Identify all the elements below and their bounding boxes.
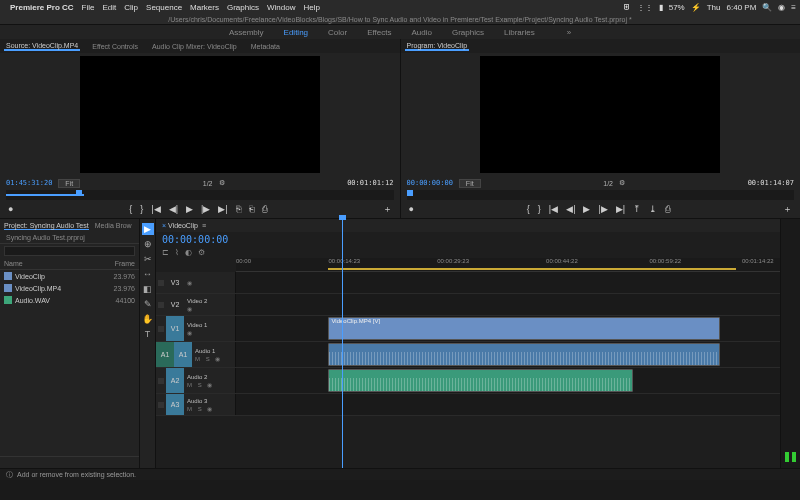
track-mute-icon[interactable]: M S ◉ [195, 355, 232, 362]
track-toggle[interactable] [158, 302, 164, 308]
cc-icon[interactable]: ◉ [778, 3, 785, 12]
overwrite-icon[interactable]: ⎗ [249, 204, 254, 214]
wifi-icon[interactable]: ⋮⋮ [637, 3, 653, 12]
menu-window[interactable]: Window [267, 3, 295, 12]
program-in-timecode[interactable]: 00:00:00:00 [407, 179, 453, 187]
program-zoom-fit[interactable]: Fit [459, 179, 481, 188]
marker-icon[interactable]: ● [8, 204, 13, 214]
track-target[interactable]: A3 [166, 394, 184, 415]
workspace-assembly[interactable]: Assembly [229, 28, 264, 37]
sequence-tab[interactable]: VideoClip [168, 222, 198, 229]
track-select-tool-icon[interactable]: ⊕ [142, 238, 154, 250]
battery-icon[interactable]: ▮ [659, 3, 663, 12]
track-eye-icon[interactable]: ◉ [187, 305, 232, 312]
step-back-icon[interactable]: ◀| [566, 204, 575, 214]
insert-icon[interactable]: ⎘ [236, 204, 241, 214]
work-area-bar[interactable] [328, 268, 736, 270]
ripple-tool-icon[interactable]: ✂ [142, 253, 154, 265]
track-target[interactable]: V1 [166, 316, 184, 341]
source-zoom-fit[interactable]: Fit [58, 179, 80, 188]
workspace-audio[interactable]: Audio [411, 28, 431, 37]
menu-sequence[interactable]: Sequence [146, 3, 182, 12]
video-clip[interactable]: VideoClip.MP4 [V] [328, 317, 720, 340]
marker-icon[interactable]: ● [409, 204, 414, 214]
track-toggle[interactable] [158, 402, 164, 408]
out-point-icon[interactable]: } [140, 204, 143, 214]
add-button-icon[interactable]: ＋ [383, 203, 392, 216]
track-target[interactable]: V3 [166, 272, 184, 293]
menu-markers[interactable]: Markers [190, 3, 219, 12]
source-in-timecode[interactable]: 01:45:31:20 [6, 179, 52, 187]
play-icon[interactable]: ▶ [583, 204, 590, 214]
menu-icon[interactable]: ≡ [791, 3, 796, 12]
search-icon[interactable]: 🔍 [762, 3, 772, 12]
workspace-graphics[interactable]: Graphics [452, 28, 484, 37]
hand-tool-icon[interactable]: ✋ [142, 313, 154, 325]
tab-metadata[interactable]: Metadata [249, 43, 282, 50]
go-out-icon[interactable]: ▶| [616, 204, 625, 214]
marker-icon[interactable]: ◐ [185, 248, 192, 257]
selection-tool-icon[interactable]: ▶ [142, 223, 154, 235]
track-eye-icon[interactable]: ◉ [187, 329, 232, 336]
go-in-icon[interactable]: |◀ [549, 204, 558, 214]
col-name[interactable]: Name [4, 260, 115, 267]
project-search-input[interactable] [4, 246, 135, 256]
settings-icon[interactable]: ⚙ [619, 179, 625, 187]
source-out-timecode[interactable]: 00:01:01:12 [347, 179, 393, 187]
playhead[interactable] [342, 219, 343, 468]
source-resolution[interactable]: 1/2 [203, 180, 213, 187]
export-frame-icon[interactable]: ⎙ [262, 204, 267, 214]
program-scrubber[interactable] [407, 190, 795, 200]
export-frame-icon[interactable]: ⎙ [665, 204, 670, 214]
audio-clip[interactable] [328, 369, 633, 392]
list-item[interactable]: VideoClip23.976 [0, 270, 139, 282]
snap-icon[interactable]: ⊏ [162, 248, 169, 257]
workspace-editing[interactable]: Editing [284, 28, 308, 37]
app-name[interactable]: Premiere Pro CC [10, 3, 74, 12]
track-mute-icon[interactable]: M S ◉ [187, 381, 232, 388]
tab-source[interactable]: Source: VideoClip.MP4 [4, 42, 80, 51]
menu-file[interactable]: File [82, 3, 95, 12]
track-target[interactable]: A2 [166, 368, 184, 393]
tab-audio-mixer[interactable]: Audio Clip Mixer: VideoClip [150, 43, 239, 50]
time-ruler[interactable]: 00:00 00:00:14:23 00:00:29:23 00:00:44:2… [236, 258, 780, 272]
menu-graphics[interactable]: Graphics [227, 3, 259, 12]
tab-program[interactable]: Program: VideoClip [405, 42, 470, 51]
shield-icon[interactable]: ⛨ [623, 3, 631, 12]
workspace-effects[interactable]: Effects [367, 28, 391, 37]
workspace-libraries[interactable]: Libraries [504, 28, 535, 37]
type-tool-icon[interactable]: T [142, 328, 154, 340]
tab-effect-controls[interactable]: Effect Controls [90, 43, 140, 50]
source-scrubber[interactable] [6, 190, 394, 200]
track-target[interactable]: A1 [174, 342, 192, 367]
track-target[interactable]: V2 [166, 294, 184, 315]
program-resolution[interactable]: 1/2 [603, 180, 613, 187]
settings-icon[interactable]: ⚙ [198, 248, 205, 257]
track-toggle[interactable] [158, 280, 164, 286]
timeline-timecode[interactable]: 00:00:00:00 [162, 234, 228, 245]
project-bin[interactable]: VideoClip23.976 VideoClip.MP423.976 Audi… [0, 270, 139, 456]
razor-tool-icon[interactable]: ↔ [142, 268, 154, 280]
in-point-icon[interactable]: { [527, 204, 530, 214]
tab-media-browser[interactable]: Media Brow [95, 222, 132, 229]
track-toggle[interactable] [158, 326, 164, 332]
go-in-icon[interactable]: |◀ [151, 204, 160, 214]
lift-icon[interactable]: ⤒ [633, 204, 641, 214]
workspace-color[interactable]: Color [328, 28, 347, 37]
col-frame[interactable]: Frame [115, 260, 135, 267]
go-out-icon[interactable]: ▶| [218, 204, 227, 214]
source-viewer[interactable] [0, 53, 400, 176]
source-patch[interactable]: A1 [156, 342, 174, 367]
track-mute-icon[interactable]: M S ◉ [187, 405, 232, 412]
program-out-timecode[interactable]: 00:01:14:07 [748, 179, 794, 187]
in-point-icon[interactable]: { [129, 204, 132, 214]
list-item[interactable]: Audio.WAV44100 [0, 294, 139, 306]
track-toggle[interactable] [158, 378, 164, 384]
add-button-icon[interactable]: ＋ [783, 203, 792, 216]
step-back-icon[interactable]: ◀| [169, 204, 178, 214]
menu-edit[interactable]: Edit [102, 3, 116, 12]
step-fwd-icon[interactable]: |▶ [201, 204, 210, 214]
link-icon[interactable]: ⌇ [175, 248, 179, 257]
track-eye-icon[interactable]: ◉ [187, 279, 232, 286]
extract-icon[interactable]: ⤓ [649, 204, 657, 214]
